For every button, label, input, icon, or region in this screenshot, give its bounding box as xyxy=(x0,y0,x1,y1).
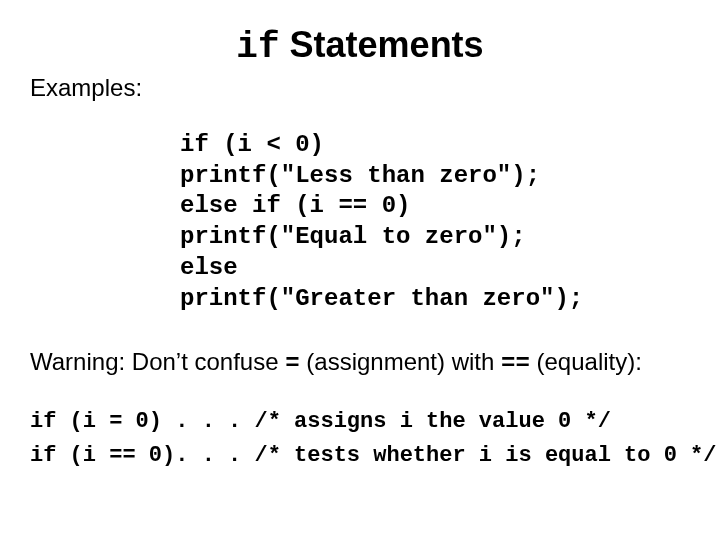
code-example-block: if (i < 0) printf("Less than zero"); els… xyxy=(180,130,690,314)
bottom-code-block: if (i = 0) . . . /* assigns i the value … xyxy=(30,405,690,473)
examples-label: Examples: xyxy=(30,74,690,102)
code-line: printf("Equal to zero"); xyxy=(180,223,526,250)
slide: if Statements Examples: if (i < 0) print… xyxy=(0,0,720,540)
code-line: printf("Greater than zero"); xyxy=(180,285,583,312)
warning-mid: (assignment) with xyxy=(300,348,501,375)
warning-post: (equality): xyxy=(530,348,642,375)
equality-operator: == xyxy=(501,350,530,377)
assign-operator: = xyxy=(285,350,299,377)
code-line: printf("Less than zero"); xyxy=(180,162,540,189)
warning-pre: Warning: Don’t confuse xyxy=(30,348,285,375)
code-line: if (i = 0) . . . /* assigns i the value … xyxy=(30,409,611,434)
title-rest: Statements xyxy=(280,24,484,65)
code-line: if (i < 0) xyxy=(180,131,324,158)
code-line: else if (i == 0) xyxy=(180,192,410,219)
code-line: if (i == 0). . . /* tests whether i is e… xyxy=(30,443,717,468)
title-keyword: if xyxy=(236,27,279,68)
warning-text: Warning: Don’t confuse = (assignment) wi… xyxy=(30,348,690,377)
slide-title: if Statements xyxy=(30,24,690,68)
code-line: else xyxy=(180,254,238,281)
